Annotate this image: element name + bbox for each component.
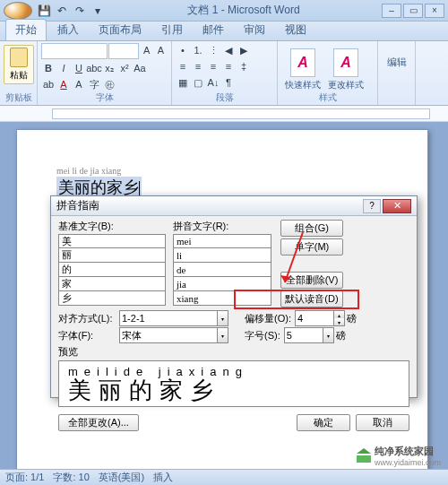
multilevel-list-icon[interactable]: ⋮ bbox=[206, 43, 220, 57]
change-styles-icon: A bbox=[333, 48, 358, 77]
dialog-close-button[interactable]: ✕ bbox=[383, 199, 411, 213]
offset-input[interactable]: 4 bbox=[295, 310, 334, 326]
font-combo[interactable]: 宋体 bbox=[119, 327, 218, 343]
char-border-button[interactable]: A bbox=[72, 77, 86, 91]
status-mode[interactable]: 插入 bbox=[153, 471, 173, 484]
phonetic-guide-dialog: 拼音指南 ? ✕ 基准文字(B): 美 丽 的 家 乡 拼音文字(R): mei… bbox=[50, 195, 418, 398]
brand-name: 纯净系统家园 bbox=[375, 445, 441, 458]
tab-layout[interactable]: 页面布局 bbox=[90, 20, 151, 40]
paste-button[interactable]: 粘贴 bbox=[4, 45, 34, 84]
tab-view[interactable]: 视图 bbox=[276, 20, 315, 40]
preview-label: 预览 bbox=[58, 345, 409, 359]
group-font: A A B I U abc x₂ x² Aa ab A A 字 ㊓ 字体 bbox=[38, 41, 172, 105]
redo-icon[interactable]: ↷ bbox=[72, 3, 88, 19]
clear-all-button[interactable]: 全部删除(V) bbox=[280, 272, 343, 289]
base-cell[interactable]: 美 bbox=[58, 234, 166, 248]
base-cell[interactable]: 的 bbox=[58, 263, 166, 277]
font-size-combo[interactable] bbox=[108, 43, 139, 59]
highlight-button[interactable]: ab bbox=[41, 77, 56, 91]
dialog-titlebar[interactable]: 拼音指南 ? ✕ bbox=[51, 196, 417, 216]
justify-icon[interactable]: ≡ bbox=[221, 59, 236, 74]
change-all-button[interactable]: 全部更改(A)... bbox=[58, 414, 139, 431]
editing-label[interactable]: 编辑 bbox=[382, 43, 411, 82]
clipboard-icon bbox=[10, 48, 28, 67]
status-language[interactable]: 英语(美国) bbox=[99, 471, 144, 484]
phonetic-button[interactable]: Aa bbox=[133, 61, 147, 75]
styles-icon: A bbox=[290, 48, 315, 77]
size-unit: 磅 bbox=[336, 329, 346, 342]
combine-button[interactable]: 组合(G) bbox=[280, 220, 343, 237]
save-icon[interactable]: 💾 bbox=[36, 3, 52, 19]
title-bar: 💾 ↶ ↷ ▾ 文档 1 - Microsoft Word – ▭ × bbox=[0, 0, 448, 22]
ribbon: 粘贴 剪贴板 A A B I U abc x₂ x² Aa ab A A 字 ㊓… bbox=[0, 41, 448, 106]
default-reading-button[interactable]: 默认读音(D) bbox=[280, 290, 343, 307]
align-right-icon[interactable]: ≡ bbox=[206, 59, 220, 74]
line-spacing-icon[interactable]: ‡ bbox=[237, 59, 251, 74]
tab-insert[interactable]: 插入 bbox=[48, 20, 88, 40]
font-dropdown-icon[interactable]: ▾ bbox=[218, 327, 228, 343]
increase-indent-icon[interactable]: ▶ bbox=[237, 43, 251, 57]
enclose-button[interactable]: ㊓ bbox=[102, 77, 116, 91]
qat-dropdown-icon[interactable]: ▾ bbox=[90, 3, 106, 19]
shading-icon[interactable]: ▦ bbox=[176, 75, 190, 90]
ruby-cell[interactable]: mei bbox=[173, 234, 271, 248]
shrink-font-icon[interactable]: A bbox=[154, 43, 168, 57]
italic-button[interactable]: I bbox=[56, 61, 71, 75]
main-text-content: 美丽的家乡 bbox=[58, 178, 139, 196]
ruby-cell[interactable]: xiang bbox=[173, 291, 271, 306]
bold-button[interactable]: B bbox=[41, 61, 56, 75]
font-family-combo[interactable] bbox=[41, 43, 108, 59]
tab-references[interactable]: 引用 bbox=[152, 20, 192, 40]
strike-button[interactable]: abc bbox=[87, 61, 101, 75]
status-words[interactable]: 字数: 10 bbox=[53, 471, 89, 484]
ribbon-tabs: 开始 插入 页面布局 引用 邮件 审阅 视图 bbox=[0, 22, 448, 41]
tab-review[interactable]: 审阅 bbox=[235, 20, 274, 40]
preview-box: meilide jiaxiang 美丽的家乡 bbox=[58, 360, 409, 407]
undo-icon[interactable]: ↶ bbox=[54, 3, 70, 19]
subscript-button[interactable]: x₂ bbox=[102, 61, 116, 75]
decrease-indent-icon[interactable]: ◀ bbox=[221, 43, 236, 57]
ruby-cell[interactable]: li bbox=[173, 248, 271, 263]
ok-button[interactable]: 确定 bbox=[297, 414, 350, 431]
number-list-icon[interactable]: 1. bbox=[191, 43, 205, 57]
office-button[interactable] bbox=[4, 2, 32, 20]
offset-spinner[interactable]: ▴▾ bbox=[334, 310, 345, 326]
ruby-cell[interactable]: de bbox=[173, 263, 271, 277]
tab-home[interactable]: 开始 bbox=[5, 19, 47, 40]
base-cell[interactable]: 乡 bbox=[58, 291, 166, 306]
base-cell[interactable]: 家 bbox=[58, 277, 166, 291]
align-left-icon[interactable]: ≡ bbox=[176, 59, 190, 74]
tab-mailings[interactable]: 邮件 bbox=[194, 20, 233, 40]
size-input[interactable]: 5 bbox=[284, 327, 323, 343]
borders-icon[interactable]: ▢ bbox=[191, 75, 205, 90]
dialog-help-button[interactable]: ? bbox=[363, 199, 381, 213]
underline-button[interactable]: U bbox=[72, 61, 86, 75]
align-combo[interactable]: 1-2-1 bbox=[119, 310, 218, 326]
show-marks-icon[interactable]: ¶ bbox=[221, 75, 236, 90]
sort-icon[interactable]: A↓ bbox=[206, 75, 220, 90]
grow-font-icon[interactable]: A bbox=[140, 43, 153, 57]
align-center-icon[interactable]: ≡ bbox=[191, 59, 205, 74]
size-label: 字号(S): bbox=[245, 329, 280, 342]
minimize-button[interactable]: – bbox=[382, 4, 401, 18]
horizontal-ruler[interactable] bbox=[0, 106, 448, 122]
font-color-button[interactable]: A bbox=[56, 77, 71, 91]
ruby-cell[interactable]: jia bbox=[173, 277, 271, 291]
cancel-button[interactable]: 取消 bbox=[356, 414, 409, 431]
status-page[interactable]: 页面: 1/1 bbox=[5, 471, 44, 484]
group-styles: A 快速样式 A 更改样式 样式 bbox=[278, 41, 378, 105]
close-button[interactable]: × bbox=[425, 4, 444, 18]
size-dropdown-icon[interactable]: ▾ bbox=[323, 327, 334, 343]
single-button[interactable]: 单字(M) bbox=[280, 238, 343, 255]
base-cell[interactable]: 丽 bbox=[58, 248, 166, 263]
superscript-button[interactable]: x² bbox=[117, 61, 132, 75]
char-shading-button[interactable]: 字 bbox=[87, 77, 101, 91]
preview-hanzi: 美丽的家乡 bbox=[68, 375, 400, 406]
change-styles-button[interactable]: A 更改样式 bbox=[328, 48, 364, 91]
window-title: 文档 1 - Microsoft Word bbox=[106, 3, 382, 18]
quick-styles-button[interactable]: A 快速样式 bbox=[285, 48, 321, 91]
align-dropdown-icon[interactable]: ▾ bbox=[218, 310, 228, 326]
bullet-list-icon[interactable]: • bbox=[176, 43, 190, 57]
maximize-button[interactable]: ▭ bbox=[403, 4, 423, 18]
group-editing: 编辑 bbox=[378, 41, 416, 105]
